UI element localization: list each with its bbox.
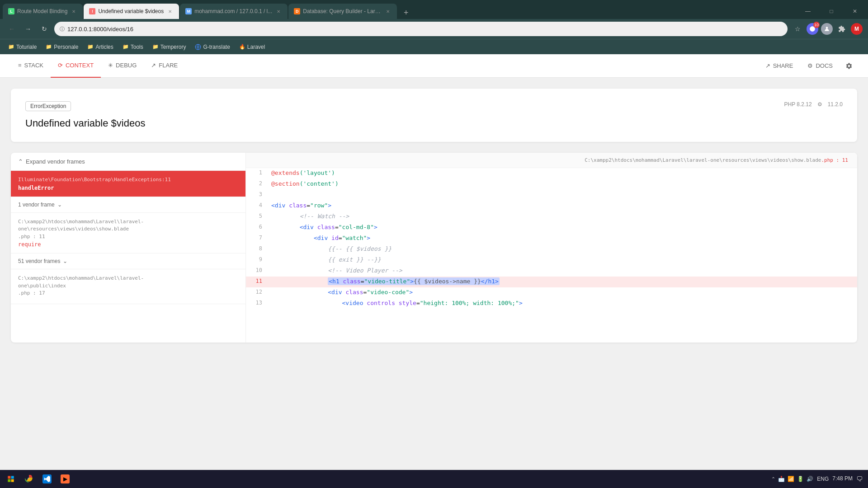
stack-frame-5[interactable]: C:\xampp2\htdocs\mohammad\Laravel\larave… (11, 269, 245, 304)
vendor-group-2-label: 51 vendor frames (18, 258, 60, 264)
keyboard-lang: ENG (817, 476, 829, 482)
volume-icon: 🔊 (807, 476, 813, 482)
tray-up-icon[interactable]: ⌃ (771, 476, 775, 482)
notification-count: 10 (813, 22, 820, 28)
share-button[interactable]: ↗ SHARE (759, 54, 800, 78)
tab-debug[interactable]: ✳ DEBUG (101, 54, 144, 78)
code-line-4: 4 <div class="row"> (246, 201, 857, 211)
extensions-icon[interactable] (835, 23, 848, 35)
line-num-7: 7 (246, 233, 268, 242)
line-content-7: <div id="watch"> (268, 233, 857, 243)
page-content: ≡ STACK ⟳ CONTEXT ✳ DEBUG ↗ FLARE ↗ SHAR… (0, 54, 868, 488)
bookmark-label-4: Tools (131, 44, 143, 50)
docs-button[interactable]: ⚙ DOCS (801, 54, 839, 78)
line-num-11: 11 (246, 277, 268, 286)
laravel-taskbar-icon: ▶ (61, 474, 70, 483)
taskbar-chrome[interactable] (20, 470, 38, 488)
tab-flare[interactable]: ↗ FLARE (144, 54, 185, 78)
code-line-2: 2 @section('content') (246, 179, 857, 190)
bookmark-toturiale[interactable]: 📁 Toturiale (5, 42, 40, 52)
bookmark-gtranslate[interactable]: G-translate (191, 42, 233, 52)
tab-close-3[interactable]: ✕ (275, 8, 282, 15)
stack-frame-1-method: handleError (18, 185, 238, 191)
code-line-7: 7 <div id="watch"> (246, 233, 857, 244)
bookmark-temperory[interactable]: 📁 Temperory (149, 42, 190, 52)
tab-stack[interactable]: ≡ STACK (11, 54, 51, 78)
share-icon: ↗ (765, 62, 770, 69)
bookmark-articles[interactable]: 📁 Articles (84, 42, 117, 52)
error-header: ErrorException Undefined variable $video… (25, 101, 843, 129)
docs-label: DOCS (816, 62, 833, 69)
tab-favicon-1: L (8, 8, 14, 14)
close-button[interactable]: ✕ (844, 4, 865, 19)
flare-icon: ↗ (151, 62, 156, 69)
svg-rect-5 (11, 479, 14, 482)
stack-frame-3-method: require (18, 241, 238, 248)
stack-frame-1-class: Illuminate\Foundation\Bootstrap\HandleEx… (18, 176, 238, 184)
new-tab-button[interactable]: + (400, 6, 412, 19)
folder-icon-1: 📁 (8, 44, 14, 50)
line-num-9: 9 (246, 255, 268, 264)
tab-favicon-3: M (185, 8, 192, 14)
bookmark-label-2: Personale (54, 44, 78, 50)
stack-frame-3[interactable]: C:\xampp2\htdocs\mohammad\Laravel\larave… (11, 213, 245, 254)
code-line-5: 5 <!-- Watch --> (246, 211, 857, 222)
forward-button[interactable]: → (22, 23, 34, 35)
user-avatar[interactable]: M (851, 23, 863, 35)
tab-close-2[interactable]: ✕ (166, 8, 174, 15)
expand-vendor-button[interactable]: ⌃ Expand vendor frames (11, 153, 245, 171)
line-num-1: 1 (246, 168, 268, 177)
vendor-group-1[interactable]: 1 vendor frame ⌄ (11, 197, 245, 213)
settings-button[interactable] (841, 58, 857, 74)
folder-icon-5: 📁 (152, 44, 159, 50)
reload-button[interactable]: ↻ (38, 23, 51, 35)
tab-close-4[interactable]: ✕ (384, 8, 392, 15)
profile-avatar-2[interactable] (821, 23, 833, 35)
code-view: 1 @extends('layout') 2 @section('content… (246, 168, 857, 343)
tab-flare-label: FLARE (159, 62, 178, 69)
taskbar-vscode[interactable] (38, 470, 56, 488)
time-display: 7:48 PM (832, 475, 853, 483)
tab-route-model[interactable]: L Route Model Binding ✕ (3, 4, 83, 19)
bookmark-personale[interactable]: 📁 Personale (42, 42, 82, 52)
line-num-5: 5 (246, 211, 268, 221)
tab-query-builder[interactable]: D Database: Query Builder - Lara... ✕ (288, 4, 397, 19)
tab-mohammad[interactable]: M mohammad.com / 127.0.0.1 / l... ✕ (180, 4, 288, 19)
tab-close-1[interactable]: ✕ (70, 8, 77, 15)
notifications-icon[interactable]: 🗨 (856, 475, 863, 483)
minimize-button[interactable]: — (797, 4, 818, 19)
bookmark-laravel[interactable]: 🔥 Laravel (236, 42, 269, 52)
bookmark-tools[interactable]: 📁 Tools (119, 42, 147, 52)
tab-context[interactable]: ⟳ CONTEXT (51, 54, 101, 78)
code-line-9: 9 {{ exit }} --}} (246, 255, 857, 266)
svg-point-0 (826, 27, 828, 29)
vendor-group-2[interactable]: 51 vendor frames ⌄ (11, 253, 245, 269)
folder-icon-3: 📁 (87, 44, 94, 50)
address-bar[interactable]: ⓘ 127.0.0.1:8000/videos/16 (54, 22, 788, 36)
ignition-toolbar: ≡ STACK ⟳ CONTEXT ✳ DEBUG ↗ FLARE ↗ SHAR… (0, 54, 868, 78)
line-num-8: 8 (246, 244, 268, 253)
line-content-1: @extends('layout') (268, 168, 857, 178)
taskbar-app-3[interactable]: ▶ (56, 470, 74, 488)
taskbar-right: ⌃ 📩 📶 🔋 🔊 ENG 7:48 PM 🗨 (768, 475, 866, 483)
line-content-13: <video controls style="height: 100%; wid… (268, 298, 857, 308)
notifications-badge[interactable]: 10 (807, 23, 818, 35)
tab-title-3: mohammad.com / 127.0.0.1 / l... (194, 8, 272, 14)
tab-undefined-variable[interactable]: ! Undefined variable $videos ✕ (84, 4, 179, 19)
svg-rect-3 (11, 476, 14, 479)
toolbar-right: ↗ SHARE ⚙ DOCS (759, 54, 857, 78)
globe-icon (195, 44, 201, 50)
back-button[interactable]: ← (5, 23, 18, 35)
stack-panel: ⌃ Expand vendor frames Illuminate\Founda… (11, 153, 857, 343)
code-line-13: 13 <video controls style="height: 100%; … (246, 298, 857, 309)
stack-frame-1[interactable]: Illuminate\Foundation\Bootstrap\HandleEx… (11, 171, 245, 197)
maximize-button[interactable]: □ (821, 4, 842, 19)
folder-icon-2: 📁 (46, 44, 52, 50)
bookmark-star-icon[interactable]: ☆ (791, 23, 804, 35)
line-num-2: 2 (246, 179, 268, 188)
line-content-5: <!-- Watch --> (268, 211, 857, 221)
line-content-3 (268, 190, 857, 192)
line-content-4: <div class="row"> (268, 201, 857, 210)
svg-rect-2 (8, 476, 10, 479)
start-button[interactable] (2, 470, 20, 488)
